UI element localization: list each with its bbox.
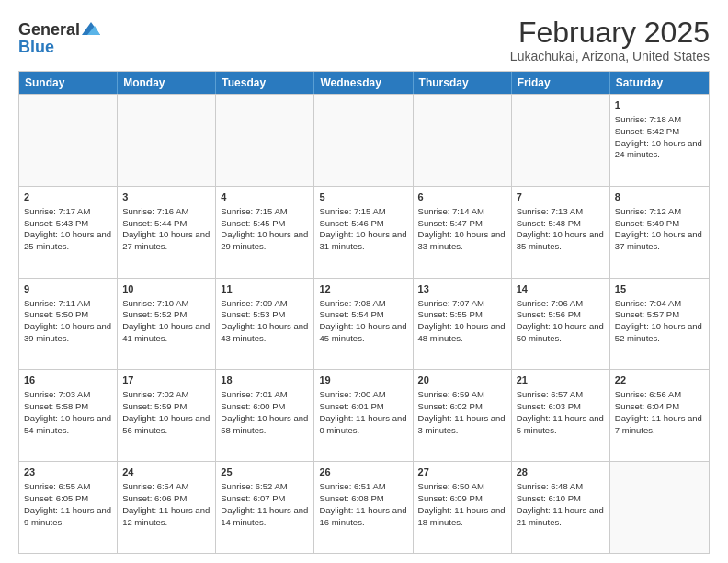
header: General Blue February 2025 Lukachukai, A… [18,17,710,63]
cal-day-11: 11Sunrise: 7:09 AM Sunset: 5:53 PM Dayli… [216,279,314,370]
cal-day-empty [314,95,413,186]
day-info: Sunrise: 7:08 AM Sunset: 5:54 PM Dayligh… [319,298,406,343]
cal-day-19: 19Sunrise: 7:00 AM Sunset: 6:01 PM Dayli… [314,370,413,461]
day-number: 28 [517,465,605,479]
day-number: 13 [418,282,506,296]
day-number: 2 [24,190,112,204]
day-number: 20 [418,373,506,387]
cal-day-4: 4Sunrise: 7:15 AM Sunset: 5:45 PM Daylig… [216,187,314,278]
day-info: Sunrise: 7:06 AM Sunset: 5:56 PM Dayligh… [517,298,604,343]
day-number: 22 [615,373,704,387]
day-number: 6 [418,190,506,204]
day-number: 16 [24,373,112,387]
cal-day-23: 23Sunrise: 6:55 AM Sunset: 6:05 PM Dayli… [19,462,118,553]
day-number: 11 [221,282,309,296]
day-info: Sunrise: 7:02 AM Sunset: 5:59 PM Dayligh… [122,389,210,434]
cal-day-25: 25Sunrise: 6:52 AM Sunset: 6:07 PM Dayli… [216,462,314,553]
day-info: Sunrise: 7:15 AM Sunset: 5:46 PM Dayligh… [319,206,406,251]
cal-day-6: 6Sunrise: 7:14 AM Sunset: 5:47 PM Daylig… [414,187,512,278]
cal-day-3: 3Sunrise: 7:16 AM Sunset: 5:44 PM Daylig… [118,187,216,278]
day-info: Sunrise: 6:59 AM Sunset: 6:02 PM Dayligh… [418,389,506,434]
month-title: February 2025 [510,17,710,49]
cal-day-13: 13Sunrise: 7:07 AM Sunset: 5:55 PM Dayli… [414,279,512,370]
page: General Blue February 2025 Lukachukai, A… [0,0,728,563]
cal-header-tuesday: Tuesday [216,72,314,94]
cal-week-4: 16Sunrise: 7:03 AM Sunset: 5:58 PM Dayli… [19,369,709,461]
day-info: Sunrise: 7:04 AM Sunset: 5:57 PM Dayligh… [615,298,702,343]
cal-day-22: 22Sunrise: 6:56 AM Sunset: 6:04 PM Dayli… [610,370,709,461]
logo: General Blue [18,20,100,57]
day-info: Sunrise: 7:07 AM Sunset: 5:55 PM Dayligh… [418,298,506,343]
logo-general: General [18,20,80,40]
day-number: 15 [615,282,704,296]
cal-day-20: 20Sunrise: 6:59 AM Sunset: 6:02 PM Dayli… [414,370,512,461]
cal-day-empty [414,95,512,186]
cal-day-empty [610,462,709,553]
location-title: Lukachukai, Arizona, United States [510,49,710,63]
day-number: 3 [122,190,210,204]
calendar-header: SundayMondayTuesdayWednesdayThursdayFrid… [19,72,709,94]
day-number: 23 [24,465,112,479]
cal-header-friday: Friday [512,72,610,94]
cal-day-24: 24Sunrise: 6:54 AM Sunset: 6:06 PM Dayli… [118,462,216,553]
day-info: Sunrise: 7:03 AM Sunset: 5:58 PM Dayligh… [24,389,111,434]
cal-day-9: 9Sunrise: 7:11 AM Sunset: 5:50 PM Daylig… [19,279,118,370]
day-info: Sunrise: 7:15 AM Sunset: 5:45 PM Dayligh… [221,206,308,251]
day-info: Sunrise: 7:14 AM Sunset: 5:47 PM Dayligh… [418,206,506,251]
cal-header-thursday: Thursday [414,72,512,94]
calendar: SundayMondayTuesdayWednesdayThursdayFrid… [18,71,710,554]
day-info: Sunrise: 7:12 AM Sunset: 5:49 PM Dayligh… [615,206,702,251]
cal-header-sunday: Sunday [19,72,118,94]
day-number: 4 [221,190,309,204]
day-number: 10 [122,282,210,296]
cal-day-14: 14Sunrise: 7:06 AM Sunset: 5:56 PM Dayli… [512,279,610,370]
day-number: 17 [122,373,210,387]
cal-day-16: 16Sunrise: 7:03 AM Sunset: 5:58 PM Dayli… [19,370,118,461]
day-number: 21 [517,373,605,387]
cal-day-7: 7Sunrise: 7:13 AM Sunset: 5:48 PM Daylig… [512,187,610,278]
day-number: 1 [615,98,704,112]
cal-day-26: 26Sunrise: 6:51 AM Sunset: 6:08 PM Dayli… [314,462,413,553]
day-info: Sunrise: 6:50 AM Sunset: 6:09 PM Dayligh… [418,481,506,526]
day-number: 12 [319,282,407,296]
cal-header-saturday: Saturday [610,72,709,94]
cal-week-3: 9Sunrise: 7:11 AM Sunset: 5:50 PM Daylig… [19,278,709,370]
day-info: Sunrise: 7:01 AM Sunset: 6:00 PM Dayligh… [221,389,308,434]
logo-blue: Blue [18,38,54,57]
cal-day-10: 10Sunrise: 7:10 AM Sunset: 5:52 PM Dayli… [118,279,216,370]
logo-icon [82,22,100,37]
day-info: Sunrise: 7:00 AM Sunset: 6:01 PM Dayligh… [319,389,406,434]
day-number: 7 [517,190,605,204]
day-info: Sunrise: 6:56 AM Sunset: 6:04 PM Dayligh… [615,389,702,434]
day-info: Sunrise: 7:10 AM Sunset: 5:52 PM Dayligh… [122,298,210,343]
day-number: 14 [517,282,605,296]
day-info: Sunrise: 6:52 AM Sunset: 6:07 PM Dayligh… [221,481,308,526]
day-info: Sunrise: 7:11 AM Sunset: 5:50 PM Dayligh… [24,298,111,343]
day-number: 26 [319,465,407,479]
cal-day-empty [19,95,118,186]
cal-day-21: 21Sunrise: 6:57 AM Sunset: 6:03 PM Dayli… [512,370,610,461]
cal-day-18: 18Sunrise: 7:01 AM Sunset: 6:00 PM Dayli… [216,370,314,461]
cal-day-8: 8Sunrise: 7:12 AM Sunset: 5:49 PM Daylig… [610,187,709,278]
cal-day-28: 28Sunrise: 6:48 AM Sunset: 6:10 PM Dayli… [512,462,610,553]
day-number: 8 [615,190,704,204]
cal-day-27: 27Sunrise: 6:50 AM Sunset: 6:09 PM Dayli… [414,462,512,553]
day-number: 18 [221,373,309,387]
cal-day-12: 12Sunrise: 7:08 AM Sunset: 5:54 PM Dayli… [314,279,413,370]
day-info: Sunrise: 7:17 AM Sunset: 5:43 PM Dayligh… [24,206,111,251]
calendar-body: 1Sunrise: 7:18 AM Sunset: 5:42 PM Daylig… [19,94,709,553]
day-info: Sunrise: 7:16 AM Sunset: 5:44 PM Dayligh… [122,206,210,251]
day-info: Sunrise: 6:55 AM Sunset: 6:05 PM Dayligh… [24,481,111,526]
day-info: Sunrise: 6:54 AM Sunset: 6:06 PM Dayligh… [122,481,210,526]
cal-day-2: 2Sunrise: 7:17 AM Sunset: 5:43 PM Daylig… [19,187,118,278]
cal-header-wednesday: Wednesday [314,72,413,94]
cal-week-1: 1Sunrise: 7:18 AM Sunset: 5:42 PM Daylig… [19,94,709,186]
day-info: Sunrise: 6:57 AM Sunset: 6:03 PM Dayligh… [517,389,604,434]
day-number: 5 [319,190,407,204]
cal-day-empty [216,95,314,186]
cal-week-2: 2Sunrise: 7:17 AM Sunset: 5:43 PM Daylig… [19,186,709,278]
day-number: 9 [24,282,112,296]
day-number: 24 [122,465,210,479]
day-number: 25 [221,465,309,479]
day-info: Sunrise: 7:18 AM Sunset: 5:42 PM Dayligh… [615,114,702,159]
